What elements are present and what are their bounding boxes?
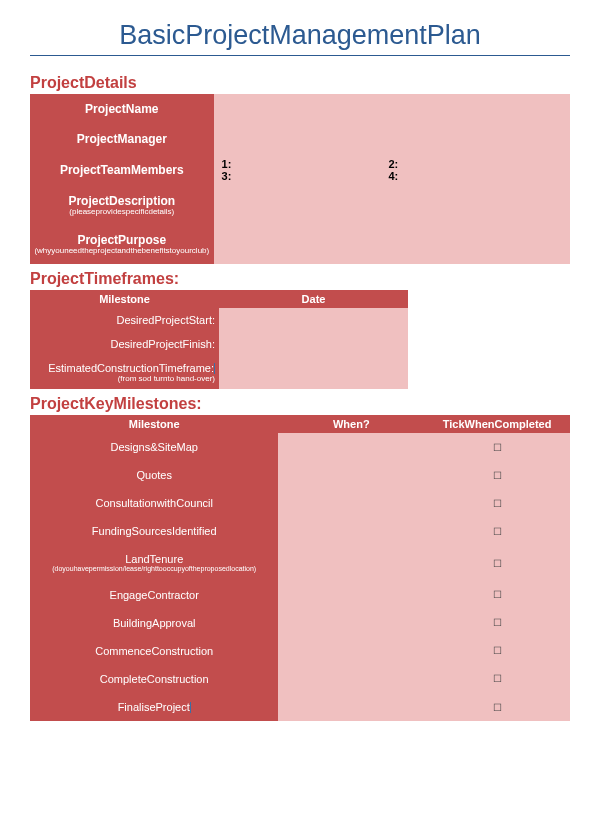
tf-col-milestone: Milestone xyxy=(30,290,219,308)
km-row-when[interactable] xyxy=(278,461,424,489)
tf-row-start-label: DesiredProjectStart: xyxy=(30,308,219,332)
km-col-when: When? xyxy=(278,415,424,433)
km-row-when[interactable] xyxy=(278,665,424,693)
km-row-label: FundingSourcesIdentified xyxy=(30,517,278,545)
km-col-milestone: Milestone xyxy=(30,415,278,433)
section-heading-milestones: ProjectKeyMilestones: xyxy=(30,395,570,413)
section-heading-timeframes: ProjectTimeframes: xyxy=(30,270,570,288)
row-project-manager-label: ProjectManager xyxy=(30,124,214,154)
km-row-label: ConsultationwithCouncil xyxy=(30,489,278,517)
row-project-manager-value[interactable] xyxy=(214,124,570,154)
text-cursor-icon xyxy=(190,702,191,713)
km-row-when[interactable] xyxy=(278,693,424,722)
km-row-label: CompleteConstruction xyxy=(30,665,278,693)
row-team-label: ProjectTeamMembers xyxy=(30,154,214,186)
tf-row-start-value[interactable] xyxy=(219,308,408,332)
km-row-when[interactable] xyxy=(278,489,424,517)
row-project-name-label: ProjectName xyxy=(30,94,214,124)
team-slot-1: 1: xyxy=(222,158,389,170)
km-row-label: FinaliseProject xyxy=(30,693,278,722)
km-row-when[interactable] xyxy=(278,609,424,637)
project-details-table: ProjectName ProjectManager ProjectTeamMe… xyxy=(30,94,570,264)
row-purpose-label: ProjectPurpose (whyyouneedtheprojectandt… xyxy=(30,225,214,264)
km-row-label: Quotes xyxy=(30,461,278,489)
tf-col-date: Date xyxy=(219,290,408,308)
tf-row-finish-label: DesiredProjectFinish: xyxy=(30,332,219,356)
tf-row-finish-value[interactable] xyxy=(219,332,408,356)
km-row-when[interactable] xyxy=(278,637,424,665)
milestones-table: Milestone When? TickWhenCompleted Design… xyxy=(30,415,570,721)
km-row-tick[interactable]: ☐ xyxy=(424,517,570,545)
km-row-label: LandTenure(doyouhavepermission/lease/rig… xyxy=(30,545,278,581)
km-row-label: EngageContractor xyxy=(30,581,278,609)
km-row-label: Designs&SiteMap xyxy=(30,433,278,461)
row-description-value[interactable] xyxy=(214,186,570,225)
tf-row-est-label: EstimatedConstructionTimeframe: (from so… xyxy=(30,356,219,390)
km-row-tick[interactable]: ☐ xyxy=(424,433,570,461)
row-description-label: ProjectDescription (pleaseprovidespecifi… xyxy=(30,186,214,225)
km-col-tick: TickWhenCompleted xyxy=(424,415,570,433)
team-slot-3: 3: xyxy=(222,170,389,182)
tf-row-est-value[interactable] xyxy=(219,356,408,390)
km-row-label: BuildingApproval xyxy=(30,609,278,637)
km-row-when[interactable] xyxy=(278,545,424,581)
timeframes-table: Milestone Date DesiredProjectStart: Desi… xyxy=(30,290,408,390)
km-row-tick[interactable]: ☐ xyxy=(424,665,570,693)
km-row-tick[interactable]: ☐ xyxy=(424,545,570,581)
km-row-tick[interactable]: ☐ xyxy=(424,637,570,665)
km-row-when[interactable] xyxy=(278,581,424,609)
section-heading-details: ProjectDetails xyxy=(30,74,570,92)
km-row-tick[interactable]: ☐ xyxy=(424,581,570,609)
page-title: BasicProjectManagementPlan xyxy=(30,20,570,56)
km-row-tick[interactable]: ☐ xyxy=(424,609,570,637)
km-row-when[interactable] xyxy=(278,433,424,461)
km-row-tick[interactable]: ☐ xyxy=(424,489,570,517)
km-row-label: CommenceConstruction xyxy=(30,637,278,665)
row-purpose-value[interactable] xyxy=(214,225,570,264)
km-row-when[interactable] xyxy=(278,517,424,545)
km-row-tick[interactable]: ☐ xyxy=(424,461,570,489)
team-slot-4: 4: xyxy=(388,170,555,182)
row-project-name-value[interactable] xyxy=(214,94,570,124)
text-cursor-icon xyxy=(214,363,215,374)
team-slot-2: 2: xyxy=(388,158,555,170)
km-row-tick[interactable]: ☐ xyxy=(424,693,570,722)
row-team-value[interactable]: 1:2: 3:4: xyxy=(214,154,570,186)
